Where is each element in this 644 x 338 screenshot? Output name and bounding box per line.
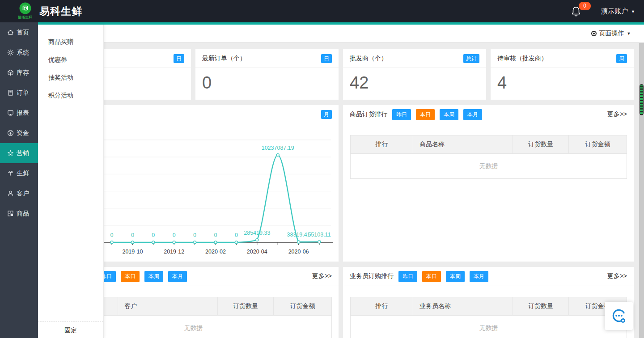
marketing-submenu: 商品买赠 优惠券 抽奖活动 积分活动 固定 — [38, 25, 104, 338]
tab-this-month[interactable]: 本月 — [470, 271, 488, 282]
column-header: 排行 — [351, 135, 413, 154]
panel-title: 商品订货排行 — [350, 110, 387, 118]
top-header: 播播生鲜 易科生鲜 0 演示账户 ▼ — [0, 0, 644, 22]
logo-caption: 播播生鲜 — [18, 15, 32, 20]
svg-text:0: 0 — [110, 232, 114, 238]
period-badge[interactable]: 日 — [174, 54, 184, 63]
column-header: 订货数量 — [218, 297, 274, 316]
svg-text:0: 0 — [152, 232, 155, 238]
sidebar-item-label: 首页 — [17, 29, 29, 37]
sidebar-item-goods[interactable]: 商品 — [0, 203, 38, 224]
sidebar-item-label: 报表 — [17, 109, 29, 117]
period-badge[interactable]: 日 — [321, 54, 332, 63]
svg-text:55103.11: 55103.11 — [308, 232, 330, 238]
person-icon — [7, 190, 14, 197]
yen-icon — [7, 130, 14, 136]
app-logo: 播播生鲜 — [18, 2, 32, 20]
chat-widget-button[interactable] — [605, 302, 633, 330]
sidebar-item-marketing[interactable]: 营销 — [0, 143, 38, 163]
tab-today[interactable]: 本日 — [121, 271, 140, 282]
sidebar-item-label: 商品 — [17, 210, 29, 218]
stat-title: 待审核（批发商） — [497, 55, 547, 63]
submenu-item-points[interactable]: 积分活动 — [38, 86, 103, 104]
sidebar-item-system[interactable]: 系统 — [0, 42, 38, 63]
svg-text:0: 0 — [173, 232, 176, 238]
column-header: 排行 — [351, 297, 413, 316]
tab-this-week[interactable]: 本周 — [144, 271, 163, 282]
stat-value: 0 — [195, 68, 339, 93]
tab-this-week[interactable]: 本周 — [440, 109, 458, 120]
sidebar-item-label: 系统 — [17, 49, 29, 57]
accent-strip — [38, 22, 644, 25]
radio-dot-icon — [591, 31, 597, 36]
stat-card: 批发商（个）总计 42 — [343, 49, 486, 100]
svg-text:38319.41: 38319.41 — [287, 232, 310, 238]
home-icon — [7, 29, 14, 36]
svg-text:285419.33: 285419.33 — [244, 230, 270, 236]
sidebar-item-orders[interactable]: 订单 — [0, 83, 38, 103]
stat-value: 4 — [491, 68, 634, 93]
svg-text:2019-10: 2019-10 — [122, 249, 143, 255]
column-header: 订货数量 — [513, 135, 569, 154]
salesman-rank-panel: 业务员订购排行 昨日 本日 本周 本月 更多>> 排行 业务员名称 订货数量 订… — [343, 267, 634, 338]
svg-text:0: 0 — [131, 232, 134, 238]
column-header: 订货金额 — [569, 135, 627, 154]
gear-icon — [7, 49, 14, 56]
box-icon — [7, 69, 14, 76]
tree-icon — [7, 170, 14, 177]
sidebar-item-inventory[interactable]: 库存 — [0, 63, 38, 83]
submenu-item-coupon[interactable]: 优惠券 — [38, 51, 103, 68]
column-header: 订货数量 — [513, 297, 569, 316]
column-header: 业务员名称 — [413, 297, 513, 316]
sidebar-item-funds[interactable]: 资金 — [0, 123, 38, 143]
sidebar-item-fresh[interactable]: 生鲜 — [0, 163, 38, 183]
stat-title: 最新订单（个） — [202, 55, 246, 63]
column-header: 商品名称 — [413, 135, 513, 154]
sidebar-item-label: 客户 — [17, 190, 29, 198]
period-badge[interactable]: 月 — [321, 110, 332, 119]
svg-text:10237087.19: 10237087.19 — [262, 145, 294, 151]
sidebar-item-label: 订单 — [17, 89, 29, 97]
chevron-down-icon: ▼ — [631, 9, 635, 14]
more-link[interactable]: 更多>> — [607, 110, 627, 118]
page-actions-button[interactable]: 页面操作 ▼ — [583, 25, 639, 42]
tab-yesterday[interactable]: 昨日 — [398, 271, 417, 282]
submenu-item-lottery[interactable]: 抽奖活动 — [38, 68, 103, 86]
tab-this-month[interactable]: 本月 — [168, 271, 187, 282]
scrollbar-thumb[interactable] — [640, 84, 644, 115]
chat-bubble-icon — [610, 308, 627, 325]
account-label: 演示账户 — [601, 7, 628, 16]
notification-count-badge[interactable]: 0 — [579, 2, 591, 10]
tab-this-week[interactable]: 本周 — [446, 271, 465, 282]
tab-today[interactable]: 本日 — [422, 271, 441, 282]
submenu-item-gift[interactable]: 商品买赠 — [38, 33, 103, 51]
svg-text:2020-04: 2020-04 — [247, 249, 267, 255]
pin-submenu-button[interactable]: 固定 — [38, 321, 103, 338]
period-badge[interactable]: 周 — [616, 54, 627, 63]
stat-value: 42 — [343, 68, 486, 93]
monitor-icon — [7, 110, 14, 116]
salesman-rank-table: 排行 业务员名称 订货数量 订货金额 无数据 — [350, 297, 627, 338]
tab-today[interactable]: 本日 — [416, 109, 435, 120]
column-header: 订货金额 — [274, 297, 332, 316]
scrollbar-track — [639, 43, 644, 338]
panel-title: 业务员订购排行 — [350, 272, 394, 280]
tab-this-month[interactable]: 本月 — [463, 109, 482, 120]
tab-yesterday[interactable]: 昨日 — [392, 109, 411, 120]
empty-placeholder: 无数据 — [351, 154, 627, 179]
page-toolbar: 页面操作 ▼ — [38, 25, 644, 42]
sidebar-item-reports[interactable]: 报表 — [0, 103, 38, 123]
sidebar-item-home[interactable]: 首页 — [0, 22, 38, 42]
svg-text:2020-06: 2020-06 — [288, 249, 309, 255]
svg-text:0: 0 — [235, 232, 238, 238]
stat-title: 批发商（个） — [350, 55, 387, 63]
sidebar-item-label: 资金 — [17, 129, 29, 137]
svg-text:0: 0 — [214, 232, 217, 238]
more-link[interactable]: 更多>> — [312, 272, 332, 280]
column-header: 客户 — [118, 297, 218, 316]
period-badge[interactable]: 总计 — [463, 54, 479, 63]
sidebar-item-label: 营销 — [17, 149, 29, 157]
sidebar-item-customers[interactable]: 客户 — [0, 183, 38, 203]
more-link[interactable]: 更多>> — [607, 272, 627, 280]
account-menu[interactable]: 演示账户 ▼ — [601, 7, 635, 16]
